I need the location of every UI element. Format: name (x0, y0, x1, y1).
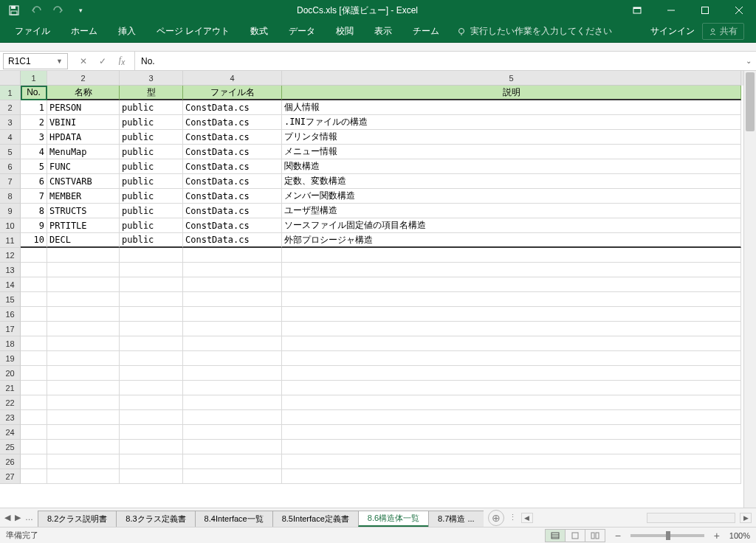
cell[interactable] (47, 366, 120, 381)
row-header[interactable]: 11 (0, 233, 21, 248)
cell[interactable] (282, 381, 741, 395)
cell[interactable] (183, 410, 282, 425)
row-header[interactable]: 27 (0, 469, 21, 484)
normal-view-button[interactable] (545, 529, 566, 542)
cell[interactable]: ファイル名 (183, 86, 282, 100)
row-header[interactable]: 20 (0, 366, 21, 381)
cell[interactable] (47, 277, 120, 292)
tab-prev-icon[interactable]: ◀ (4, 513, 10, 522)
cell[interactable] (183, 277, 282, 292)
cell[interactable] (21, 351, 47, 366)
cell[interactable]: 型 (120, 86, 183, 100)
cell[interactable]: 5 (21, 159, 47, 174)
tell-me-search[interactable]: 実行したい作業を入力してください (457, 25, 612, 38)
enter-formula-icon[interactable]: ✓ (93, 53, 112, 69)
cell[interactable] (21, 381, 47, 395)
cell[interactable]: public (120, 204, 183, 218)
cell[interactable]: 3 (21, 130, 47, 145)
row-header[interactable]: 24 (0, 425, 21, 440)
cell[interactable] (183, 454, 282, 469)
cell[interactable]: .INIファイルの構造 (282, 115, 741, 130)
row-header[interactable]: 2 (0, 100, 21, 115)
share-button[interactable]: 共有 (702, 23, 744, 40)
cell[interactable]: public (120, 233, 183, 248)
sheet-tab[interactable]: 8.2クラス説明書 (38, 511, 117, 527)
cell[interactable]: ConstData.cs (183, 145, 282, 159)
column-header[interactable]: 4 (183, 71, 282, 86)
hscroll-right-icon[interactable]: ▶ (740, 513, 752, 523)
cell[interactable]: MEMBER (47, 189, 120, 204)
tab-home[interactable]: ホーム (61, 21, 108, 42)
cell[interactable]: ConstData.cs (183, 189, 282, 204)
cell[interactable] (282, 263, 741, 277)
row-header[interactable]: 13 (0, 263, 21, 277)
cell[interactable] (120, 440, 183, 454)
cell[interactable] (120, 263, 183, 277)
cell[interactable] (183, 336, 282, 351)
cell[interactable] (21, 277, 47, 292)
row-header[interactable]: 17 (0, 322, 21, 336)
cell[interactable]: ConstData.cs (183, 100, 282, 115)
cell[interactable] (183, 366, 282, 381)
tab-team[interactable]: チーム (402, 21, 450, 42)
cell[interactable]: public (120, 100, 183, 115)
cell[interactable] (47, 454, 120, 469)
row-header[interactable]: 19 (0, 351, 21, 366)
row-header[interactable]: 1 (0, 86, 21, 100)
row-header[interactable]: 5 (0, 145, 21, 159)
cell[interactable]: 7 (21, 189, 47, 204)
zoom-out-button[interactable]: − (613, 530, 623, 542)
column-header[interactable]: 1 (21, 71, 47, 86)
cell[interactable]: プリンタ情報 (282, 130, 741, 145)
cell[interactable]: ConstData.cs (183, 218, 282, 233)
column-header[interactable]: 5 (282, 71, 741, 86)
cell[interactable] (47, 322, 120, 336)
row-header[interactable]: 8 (0, 189, 21, 204)
sheet-tab[interactable]: 8.5Interface定義書 (272, 511, 359, 527)
cell[interactable]: public (120, 115, 183, 130)
zoom-slider[interactable] (630, 534, 704, 537)
vertical-scrollbar[interactable] (743, 71, 756, 508)
cell[interactable] (21, 395, 47, 410)
page-break-view-button[interactable] (585, 529, 605, 542)
cell[interactable] (120, 395, 183, 410)
cell[interactable] (120, 469, 183, 484)
cell[interactable]: 9 (21, 218, 47, 233)
row-header[interactable]: 21 (0, 381, 21, 395)
cell[interactable] (282, 351, 741, 366)
minimize-button[interactable] (654, 0, 688, 21)
cell[interactable] (47, 381, 120, 395)
cell[interactable] (47, 351, 120, 366)
column-header[interactable]: 3 (120, 71, 183, 86)
tab-insert[interactable]: 挿入 (108, 21, 146, 42)
row-header[interactable]: 18 (0, 336, 21, 351)
cell[interactable] (21, 366, 47, 381)
cell[interactable] (120, 277, 183, 292)
cell[interactable] (282, 322, 741, 336)
cell[interactable]: No. (21, 86, 47, 100)
cell[interactable]: PRTITLE (47, 218, 120, 233)
cell[interactable]: 10 (21, 233, 47, 248)
cell[interactable] (282, 366, 741, 381)
add-sheet-button[interactable]: ⊕ (488, 510, 504, 526)
cell[interactable] (21, 336, 47, 351)
row-header[interactable]: 12 (0, 248, 21, 263)
horizontal-scrollbar[interactable] (647, 513, 735, 523)
cell[interactable] (282, 395, 741, 410)
cell[interactable]: 名称 (47, 86, 120, 100)
cell[interactable] (183, 469, 282, 484)
cell[interactable] (282, 469, 741, 484)
cell[interactable] (120, 366, 183, 381)
cell[interactable] (47, 425, 120, 440)
row-header[interactable]: 3 (0, 115, 21, 130)
cell[interactable]: 説明 (282, 86, 741, 100)
tab-file[interactable]: ファイル (4, 21, 61, 42)
cell[interactable] (120, 292, 183, 307)
cell[interactable]: ConstData.cs (183, 130, 282, 145)
cell[interactable]: public (120, 174, 183, 189)
cell[interactable] (21, 263, 47, 277)
close-button[interactable] (722, 0, 756, 21)
sheet-tab[interactable]: 8.6構造体一覧 (358, 511, 429, 527)
tab-page-layout[interactable]: ページ レイアウト (146, 21, 240, 42)
cell[interactable]: DECL (47, 233, 120, 248)
